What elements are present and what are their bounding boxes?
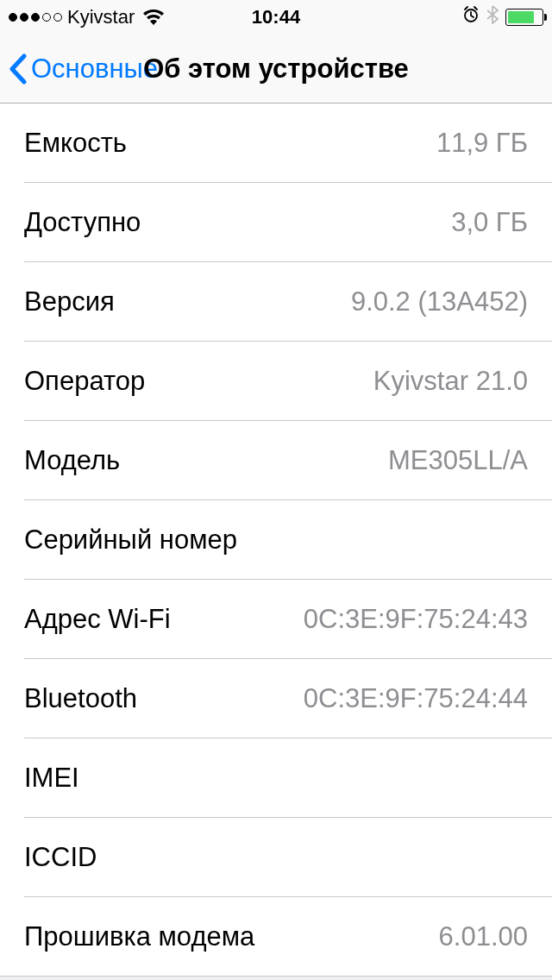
- row-value: 11,9 ГБ: [436, 128, 528, 159]
- row-label: Версия: [24, 286, 115, 317]
- nav-bar: Основные Об этом устройстве: [0, 35, 552, 104]
- row-label: Прошивка модема: [24, 921, 254, 952]
- row-value: 3,0 ГБ: [451, 207, 528, 238]
- row-label: Bluetooth: [24, 683, 137, 714]
- signal-strength-icon: [9, 13, 62, 22]
- chevron-left-icon: [9, 53, 28, 85]
- row-label: Оператор: [24, 366, 145, 397]
- row-label: Емкость: [24, 128, 127, 159]
- row-label: Модель: [24, 445, 120, 476]
- list-item-wifi-address[interactable]: Адрес Wi-Fi 0C:3E:9F:75:24:43: [0, 580, 552, 659]
- alarm-icon: [462, 6, 480, 28]
- row-label: Серийный номер: [24, 525, 528, 556]
- row-value: 0C:3E:9F:75:24:44: [304, 683, 528, 714]
- row-label: IMEI: [24, 763, 528, 794]
- carrier-label: Kyivstar: [67, 6, 135, 28]
- row-value: ME305LL/A: [388, 445, 528, 476]
- row-value: 0C:3E:9F:75:24:43: [304, 604, 528, 635]
- row-label: Доступно: [24, 207, 141, 238]
- list-item-model[interactable]: Модель ME305LL/A: [0, 421, 552, 500]
- status-time: 10:44: [252, 6, 300, 28]
- list-item-bluetooth[interactable]: Bluetooth 0C:3E:9F:75:24:44: [0, 659, 552, 738]
- list-item-imei[interactable]: IMEI: [0, 738, 552, 818]
- list-item-available[interactable]: Доступно 3,0 ГБ: [0, 183, 552, 262]
- row-label: ICCID: [24, 842, 528, 873]
- wifi-icon: [143, 9, 164, 25]
- list-item-modem-firmware[interactable]: Прошивка модема 6.01.00: [0, 897, 552, 977]
- status-right: [462, 5, 543, 29]
- back-button[interactable]: Основные: [9, 53, 158, 85]
- battery-icon: [505, 9, 543, 26]
- list-item-capacity[interactable]: Емкость 11,9 ГБ: [0, 104, 552, 183]
- status-left: Kyivstar: [9, 6, 164, 28]
- row-value: Kyivstar 21.0: [373, 366, 528, 397]
- bluetooth-icon: [486, 5, 499, 29]
- list-item-iccid[interactable]: ICCID: [0, 818, 552, 897]
- row-value: 9.0.2 (13A452): [351, 286, 528, 317]
- row-label: Адрес Wi-Fi: [24, 604, 171, 635]
- status-bar: Kyivstar 10:44: [0, 0, 552, 35]
- list-item-carrier[interactable]: Оператор Kyivstar 21.0: [0, 342, 552, 421]
- back-label: Основные: [31, 53, 158, 85]
- list-item-serial[interactable]: Серийный номер: [0, 500, 552, 580]
- settings-list: Емкость 11,9 ГБ Доступно 3,0 ГБ Версия 9…: [0, 104, 552, 977]
- list-item-version[interactable]: Версия 9.0.2 (13A452): [0, 262, 552, 342]
- row-value: 6.01.00: [439, 921, 528, 952]
- page-title: Об этом устройстве: [143, 53, 409, 85]
